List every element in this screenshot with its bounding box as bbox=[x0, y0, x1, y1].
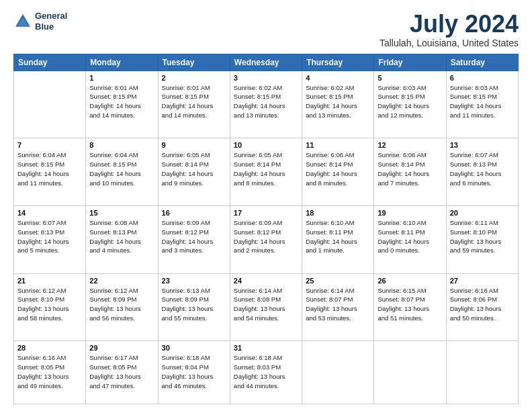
day-info: Sunrise: 6:13 AMSunset: 8:09 PMDaylight:… bbox=[162, 286, 226, 323]
calendar-cell: 26Sunrise: 6:15 AMSunset: 8:07 PMDayligh… bbox=[374, 273, 446, 341]
day-info: Sunrise: 6:18 AMSunset: 8:03 PMDaylight:… bbox=[234, 353, 298, 390]
calendar-cell: 24Sunrise: 6:14 AMSunset: 8:08 PMDayligh… bbox=[230, 273, 302, 341]
calendar-week-4: 28Sunrise: 6:16 AMSunset: 8:05 PMDayligh… bbox=[14, 341, 519, 404]
logo-icon bbox=[13, 12, 32, 31]
calendar-cell: 16Sunrise: 6:09 AMSunset: 8:12 PMDayligh… bbox=[158, 206, 230, 274]
main-title: July 2024 bbox=[380, 11, 519, 38]
logo-text: General Blue bbox=[35, 11, 67, 32]
calendar-cell: 8Sunrise: 6:04 AMSunset: 8:15 PMDaylight… bbox=[86, 138, 158, 206]
calendar-cell: 29Sunrise: 6:17 AMSunset: 8:05 PMDayligh… bbox=[86, 341, 158, 404]
subtitle: Tallulah, Louisiana, United States bbox=[380, 38, 519, 48]
day-info: Sunrise: 6:14 AMSunset: 8:07 PMDaylight:… bbox=[306, 286, 370, 323]
day-number: 1 bbox=[89, 74, 154, 82]
calendar-cell: 19Sunrise: 6:10 AMSunset: 8:11 PMDayligh… bbox=[374, 206, 446, 274]
calendar-cell: 13Sunrise: 6:07 AMSunset: 8:13 PMDayligh… bbox=[446, 138, 518, 206]
day-number: 30 bbox=[162, 344, 226, 352]
day-number: 15 bbox=[89, 209, 154, 217]
day-number: 19 bbox=[378, 209, 442, 217]
calendar-cell: 18Sunrise: 6:10 AMSunset: 8:11 PMDayligh… bbox=[302, 206, 374, 274]
day-number: 2 bbox=[162, 74, 226, 82]
day-number: 31 bbox=[234, 344, 298, 352]
calendar-cell: 30Sunrise: 6:18 AMSunset: 8:04 PMDayligh… bbox=[158, 341, 230, 404]
col-header-saturday: Saturday bbox=[446, 54, 518, 71]
day-info: Sunrise: 6:07 AMSunset: 8:13 PMDaylight:… bbox=[17, 218, 82, 255]
day-info: Sunrise: 6:09 AMSunset: 8:12 PMDaylight:… bbox=[162, 218, 226, 255]
day-info: Sunrise: 6:10 AMSunset: 8:11 PMDaylight:… bbox=[378, 218, 442, 255]
day-info: Sunrise: 6:12 AMSunset: 8:09 PMDaylight:… bbox=[89, 286, 154, 323]
day-number: 8 bbox=[89, 141, 154, 149]
calendar-week-1: 7Sunrise: 6:04 AMSunset: 8:15 PMDaylight… bbox=[14, 138, 519, 206]
day-info: Sunrise: 6:01 AMSunset: 8:15 PMDaylight:… bbox=[162, 83, 226, 120]
day-number: 18 bbox=[306, 209, 370, 217]
day-info: Sunrise: 6:14 AMSunset: 8:08 PMDaylight:… bbox=[234, 286, 298, 323]
day-number: 26 bbox=[378, 277, 442, 285]
calendar-cell: 23Sunrise: 6:13 AMSunset: 8:09 PMDayligh… bbox=[158, 273, 230, 341]
day-number: 22 bbox=[89, 277, 154, 285]
day-number: 9 bbox=[162, 141, 226, 149]
day-number: 28 bbox=[17, 344, 82, 352]
calendar-cell: 3Sunrise: 6:02 AMSunset: 8:15 PMDaylight… bbox=[230, 71, 302, 138]
calendar-cell: 15Sunrise: 6:08 AMSunset: 8:13 PMDayligh… bbox=[86, 206, 158, 274]
day-info: Sunrise: 6:07 AMSunset: 8:13 PMDaylight:… bbox=[450, 150, 515, 187]
calendar-cell: 2Sunrise: 6:01 AMSunset: 8:15 PMDaylight… bbox=[158, 71, 230, 138]
calendar-week-2: 14Sunrise: 6:07 AMSunset: 8:13 PMDayligh… bbox=[14, 206, 519, 274]
calendar-cell: 25Sunrise: 6:14 AMSunset: 8:07 PMDayligh… bbox=[302, 273, 374, 341]
calendar-cell: 21Sunrise: 6:12 AMSunset: 8:10 PMDayligh… bbox=[14, 273, 86, 341]
calendar-cell bbox=[374, 341, 446, 404]
calendar-cell: 5Sunrise: 6:03 AMSunset: 8:15 PMDaylight… bbox=[374, 71, 446, 138]
day-info: Sunrise: 6:11 AMSunset: 8:10 PMDaylight:… bbox=[450, 218, 515, 255]
logo: General Blue bbox=[13, 11, 67, 32]
day-info: Sunrise: 6:16 AMSunset: 8:05 PMDaylight:… bbox=[17, 353, 82, 390]
day-info: Sunrise: 6:02 AMSunset: 8:15 PMDaylight:… bbox=[234, 83, 298, 120]
day-number: 21 bbox=[17, 277, 82, 285]
calendar-cell: 14Sunrise: 6:07 AMSunset: 8:13 PMDayligh… bbox=[14, 206, 86, 274]
day-info: Sunrise: 6:16 AMSunset: 8:06 PMDaylight:… bbox=[450, 286, 515, 323]
day-number: 27 bbox=[450, 277, 515, 285]
day-number: 23 bbox=[162, 277, 226, 285]
calendar-cell: 17Sunrise: 6:09 AMSunset: 8:12 PMDayligh… bbox=[230, 206, 302, 274]
day-number: 6 bbox=[450, 74, 515, 82]
calendar-cell: 1Sunrise: 6:01 AMSunset: 8:15 PMDaylight… bbox=[86, 71, 158, 138]
calendar-cell: 22Sunrise: 6:12 AMSunset: 8:09 PMDayligh… bbox=[86, 273, 158, 341]
calendar-cell: 7Sunrise: 6:04 AMSunset: 8:15 PMDaylight… bbox=[14, 138, 86, 206]
calendar-cell: 27Sunrise: 6:16 AMSunset: 8:06 PMDayligh… bbox=[446, 273, 518, 341]
calendar-cell: 9Sunrise: 6:05 AMSunset: 8:14 PMDaylight… bbox=[158, 138, 230, 206]
calendar-cell bbox=[446, 341, 518, 404]
day-info: Sunrise: 6:06 AMSunset: 8:14 PMDaylight:… bbox=[378, 150, 442, 187]
day-number: 12 bbox=[378, 141, 442, 149]
day-number: 24 bbox=[234, 277, 298, 285]
day-number: 13 bbox=[450, 141, 515, 149]
day-info: Sunrise: 6:01 AMSunset: 8:15 PMDaylight:… bbox=[89, 83, 154, 120]
day-info: Sunrise: 6:05 AMSunset: 8:14 PMDaylight:… bbox=[234, 150, 298, 187]
calendar-cell: 28Sunrise: 6:16 AMSunset: 8:05 PMDayligh… bbox=[14, 341, 86, 404]
day-number: 20 bbox=[450, 209, 515, 217]
calendar-cell: 31Sunrise: 6:18 AMSunset: 8:03 PMDayligh… bbox=[230, 341, 302, 404]
day-info: Sunrise: 6:17 AMSunset: 8:05 PMDaylight:… bbox=[89, 353, 154, 390]
calendar-cell: 10Sunrise: 6:05 AMSunset: 8:14 PMDayligh… bbox=[230, 138, 302, 206]
title-section: July 2024 Tallulah, Louisiana, United St… bbox=[380, 11, 519, 48]
calendar-cell: 4Sunrise: 6:02 AMSunset: 8:15 PMDaylight… bbox=[302, 71, 374, 138]
day-info: Sunrise: 6:05 AMSunset: 8:14 PMDaylight:… bbox=[162, 150, 226, 187]
calendar-cell: 12Sunrise: 6:06 AMSunset: 8:14 PMDayligh… bbox=[374, 138, 446, 206]
day-info: Sunrise: 6:15 AMSunset: 8:07 PMDaylight:… bbox=[378, 286, 442, 323]
day-info: Sunrise: 6:03 AMSunset: 8:15 PMDaylight:… bbox=[378, 83, 442, 120]
day-number: 5 bbox=[378, 74, 442, 82]
day-number: 10 bbox=[234, 141, 298, 149]
header: General Blue July 2024 Tallulah, Louisia… bbox=[13, 11, 519, 48]
day-info: Sunrise: 6:04 AMSunset: 8:15 PMDaylight:… bbox=[89, 150, 154, 187]
calendar-cell bbox=[14, 71, 86, 138]
day-number: 4 bbox=[306, 74, 370, 82]
day-info: Sunrise: 6:18 AMSunset: 8:04 PMDaylight:… bbox=[162, 353, 226, 390]
page: General Blue July 2024 Tallulah, Louisia… bbox=[0, 0, 532, 411]
day-info: Sunrise: 6:08 AMSunset: 8:13 PMDaylight:… bbox=[89, 218, 154, 255]
col-header-thursday: Thursday bbox=[302, 54, 374, 71]
calendar-cell: 20Sunrise: 6:11 AMSunset: 8:10 PMDayligh… bbox=[446, 206, 518, 274]
calendar-week-3: 21Sunrise: 6:12 AMSunset: 8:10 PMDayligh… bbox=[14, 273, 519, 341]
calendar-cell bbox=[302, 341, 374, 404]
day-number: 16 bbox=[162, 209, 226, 217]
day-info: Sunrise: 6:04 AMSunset: 8:15 PMDaylight:… bbox=[17, 150, 82, 187]
day-info: Sunrise: 6:03 AMSunset: 8:15 PMDaylight:… bbox=[450, 83, 515, 120]
day-info: Sunrise: 6:09 AMSunset: 8:12 PMDaylight:… bbox=[234, 218, 298, 255]
col-header-sunday: Sunday bbox=[14, 54, 86, 71]
col-header-monday: Monday bbox=[86, 54, 158, 71]
